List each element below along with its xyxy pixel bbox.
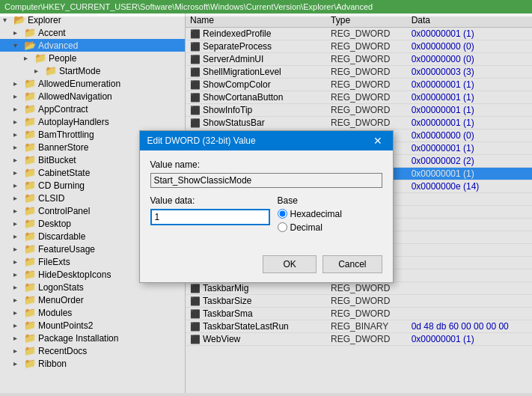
value-name-label: Value name: <box>150 159 382 170</box>
hex-label: Hexadecimal <box>290 209 342 219</box>
dialog-title: Edit DWORD (32-bit) Value <box>147 135 256 146</box>
value-data-input[interactable] <box>150 209 270 225</box>
dec-label: Decimal <box>290 222 322 233</box>
hex-radio-label[interactable]: Hexadecimal <box>278 209 382 219</box>
hex-radio[interactable] <box>278 209 287 219</box>
cancel-button[interactable]: Cancel <box>322 255 382 273</box>
dec-radio-label[interactable]: Decimal <box>278 222 382 233</box>
dialog-overlay: Edit DWORD (32-bit) Value ✕ Value name: … <box>0 16 532 396</box>
title-bar: Computer\HKEY_CURRENT_USER\Software\Micr… <box>0 0 532 13</box>
value-name-input[interactable] <box>150 173 382 188</box>
dialog-title-bar: Edit DWORD (32-bit) Value ✕ <box>140 131 393 150</box>
base-label: Base <box>278 195 382 206</box>
edit-dword-dialog: Edit DWORD (32-bit) Value ✕ Value name: … <box>139 130 394 283</box>
ok-button[interactable]: OK <box>263 255 317 273</box>
registry-path: Computer\HKEY_CURRENT_USER\Software\Micr… <box>4 2 373 11</box>
value-data-label: Value data: <box>150 195 270 206</box>
dec-radio[interactable] <box>278 222 287 232</box>
dialog-close-button[interactable]: ✕ <box>370 135 385 146</box>
